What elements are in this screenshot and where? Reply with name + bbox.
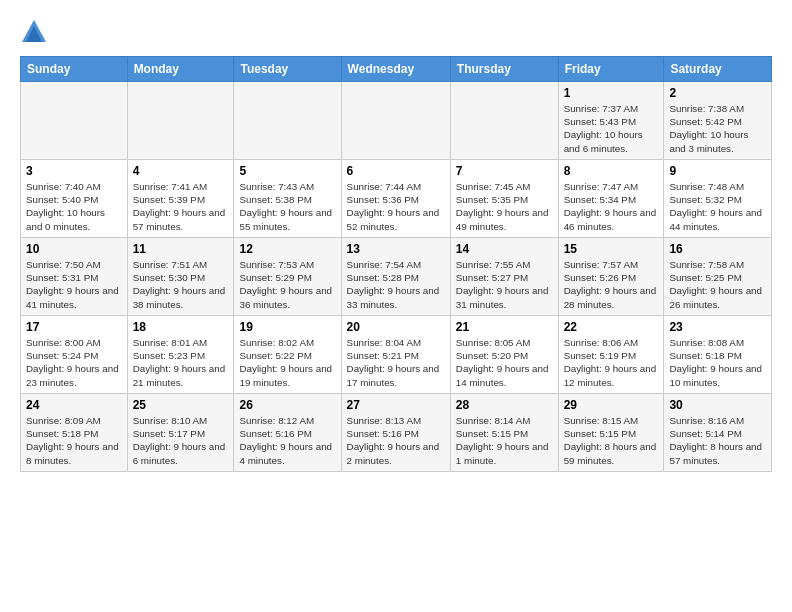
calendar-cell [341, 82, 450, 160]
day-info: Sunrise: 8:10 AM Sunset: 5:17 PM Dayligh… [133, 414, 229, 467]
day-number: 17 [26, 320, 122, 334]
day-number: 25 [133, 398, 229, 412]
day-info: Sunrise: 8:05 AM Sunset: 5:20 PM Dayligh… [456, 336, 553, 389]
day-number: 19 [239, 320, 335, 334]
calendar-cell: 27Sunrise: 8:13 AM Sunset: 5:16 PM Dayli… [341, 394, 450, 472]
day-info: Sunrise: 7:57 AM Sunset: 5:26 PM Dayligh… [564, 258, 659, 311]
day-number: 20 [347, 320, 445, 334]
calendar: SundayMondayTuesdayWednesdayThursdayFrid… [20, 56, 772, 472]
day-number: 23 [669, 320, 766, 334]
day-info: Sunrise: 7:38 AM Sunset: 5:42 PM Dayligh… [669, 102, 766, 155]
calendar-cell: 19Sunrise: 8:02 AM Sunset: 5:22 PM Dayli… [234, 316, 341, 394]
day-number: 2 [669, 86, 766, 100]
day-info: Sunrise: 7:37 AM Sunset: 5:43 PM Dayligh… [564, 102, 659, 155]
calendar-cell: 14Sunrise: 7:55 AM Sunset: 5:27 PM Dayli… [450, 238, 558, 316]
days-header-row: SundayMondayTuesdayWednesdayThursdayFrid… [21, 57, 772, 82]
day-number: 28 [456, 398, 553, 412]
calendar-cell: 9Sunrise: 7:48 AM Sunset: 5:32 PM Daylig… [664, 160, 772, 238]
day-number: 3 [26, 164, 122, 178]
day-header-saturday: Saturday [664, 57, 772, 82]
calendar-week-2: 3Sunrise: 7:40 AM Sunset: 5:40 PM Daylig… [21, 160, 772, 238]
day-info: Sunrise: 8:08 AM Sunset: 5:18 PM Dayligh… [669, 336, 766, 389]
day-number: 30 [669, 398, 766, 412]
calendar-cell: 5Sunrise: 7:43 AM Sunset: 5:38 PM Daylig… [234, 160, 341, 238]
day-info: Sunrise: 8:12 AM Sunset: 5:16 PM Dayligh… [239, 414, 335, 467]
calendar-cell [21, 82, 128, 160]
calendar-cell: 11Sunrise: 7:51 AM Sunset: 5:30 PM Dayli… [127, 238, 234, 316]
calendar-cell: 6Sunrise: 7:44 AM Sunset: 5:36 PM Daylig… [341, 160, 450, 238]
calendar-cell: 3Sunrise: 7:40 AM Sunset: 5:40 PM Daylig… [21, 160, 128, 238]
calendar-cell: 25Sunrise: 8:10 AM Sunset: 5:17 PM Dayli… [127, 394, 234, 472]
calendar-cell: 24Sunrise: 8:09 AM Sunset: 5:18 PM Dayli… [21, 394, 128, 472]
day-number: 9 [669, 164, 766, 178]
day-header-thursday: Thursday [450, 57, 558, 82]
calendar-cell: 29Sunrise: 8:15 AM Sunset: 5:15 PM Dayli… [558, 394, 664, 472]
calendar-cell: 17Sunrise: 8:00 AM Sunset: 5:24 PM Dayli… [21, 316, 128, 394]
day-number: 1 [564, 86, 659, 100]
calendar-cell: 1Sunrise: 7:37 AM Sunset: 5:43 PM Daylig… [558, 82, 664, 160]
day-info: Sunrise: 7:45 AM Sunset: 5:35 PM Dayligh… [456, 180, 553, 233]
day-info: Sunrise: 7:48 AM Sunset: 5:32 PM Dayligh… [669, 180, 766, 233]
day-info: Sunrise: 8:16 AM Sunset: 5:14 PM Dayligh… [669, 414, 766, 467]
day-info: Sunrise: 8:15 AM Sunset: 5:15 PM Dayligh… [564, 414, 659, 467]
day-info: Sunrise: 7:50 AM Sunset: 5:31 PM Dayligh… [26, 258, 122, 311]
day-info: Sunrise: 7:43 AM Sunset: 5:38 PM Dayligh… [239, 180, 335, 233]
day-info: Sunrise: 8:06 AM Sunset: 5:19 PM Dayligh… [564, 336, 659, 389]
day-info: Sunrise: 8:00 AM Sunset: 5:24 PM Dayligh… [26, 336, 122, 389]
day-number: 4 [133, 164, 229, 178]
day-number: 24 [26, 398, 122, 412]
calendar-cell: 13Sunrise: 7:54 AM Sunset: 5:28 PM Dayli… [341, 238, 450, 316]
calendar-cell: 26Sunrise: 8:12 AM Sunset: 5:16 PM Dayli… [234, 394, 341, 472]
day-info: Sunrise: 7:55 AM Sunset: 5:27 PM Dayligh… [456, 258, 553, 311]
calendar-cell: 15Sunrise: 7:57 AM Sunset: 5:26 PM Dayli… [558, 238, 664, 316]
calendar-cell [450, 82, 558, 160]
calendar-cell: 23Sunrise: 8:08 AM Sunset: 5:18 PM Dayli… [664, 316, 772, 394]
calendar-week-4: 17Sunrise: 8:00 AM Sunset: 5:24 PM Dayli… [21, 316, 772, 394]
calendar-cell: 30Sunrise: 8:16 AM Sunset: 5:14 PM Dayli… [664, 394, 772, 472]
day-info: Sunrise: 7:40 AM Sunset: 5:40 PM Dayligh… [26, 180, 122, 233]
day-number: 27 [347, 398, 445, 412]
calendar-cell: 20Sunrise: 8:04 AM Sunset: 5:21 PM Dayli… [341, 316, 450, 394]
day-header-friday: Friday [558, 57, 664, 82]
day-header-wednesday: Wednesday [341, 57, 450, 82]
day-info: Sunrise: 7:44 AM Sunset: 5:36 PM Dayligh… [347, 180, 445, 233]
day-number: 16 [669, 242, 766, 256]
day-number: 26 [239, 398, 335, 412]
day-number: 7 [456, 164, 553, 178]
day-header-sunday: Sunday [21, 57, 128, 82]
header [20, 18, 772, 46]
logo-icon [20, 18, 48, 46]
day-info: Sunrise: 8:04 AM Sunset: 5:21 PM Dayligh… [347, 336, 445, 389]
day-number: 12 [239, 242, 335, 256]
day-number: 29 [564, 398, 659, 412]
day-info: Sunrise: 8:01 AM Sunset: 5:23 PM Dayligh… [133, 336, 229, 389]
calendar-week-5: 24Sunrise: 8:09 AM Sunset: 5:18 PM Dayli… [21, 394, 772, 472]
day-info: Sunrise: 8:13 AM Sunset: 5:16 PM Dayligh… [347, 414, 445, 467]
calendar-week-1: 1Sunrise: 7:37 AM Sunset: 5:43 PM Daylig… [21, 82, 772, 160]
day-number: 18 [133, 320, 229, 334]
logo [20, 18, 52, 46]
day-info: Sunrise: 8:09 AM Sunset: 5:18 PM Dayligh… [26, 414, 122, 467]
calendar-cell: 28Sunrise: 8:14 AM Sunset: 5:15 PM Dayli… [450, 394, 558, 472]
calendar-cell [234, 82, 341, 160]
calendar-body: 1Sunrise: 7:37 AM Sunset: 5:43 PM Daylig… [21, 82, 772, 472]
day-info: Sunrise: 7:53 AM Sunset: 5:29 PM Dayligh… [239, 258, 335, 311]
day-info: Sunrise: 7:47 AM Sunset: 5:34 PM Dayligh… [564, 180, 659, 233]
calendar-cell: 8Sunrise: 7:47 AM Sunset: 5:34 PM Daylig… [558, 160, 664, 238]
calendar-cell: 12Sunrise: 7:53 AM Sunset: 5:29 PM Dayli… [234, 238, 341, 316]
calendar-week-3: 10Sunrise: 7:50 AM Sunset: 5:31 PM Dayli… [21, 238, 772, 316]
calendar-cell: 2Sunrise: 7:38 AM Sunset: 5:42 PM Daylig… [664, 82, 772, 160]
day-number: 11 [133, 242, 229, 256]
calendar-cell: 7Sunrise: 7:45 AM Sunset: 5:35 PM Daylig… [450, 160, 558, 238]
day-info: Sunrise: 7:51 AM Sunset: 5:30 PM Dayligh… [133, 258, 229, 311]
calendar-cell: 18Sunrise: 8:01 AM Sunset: 5:23 PM Dayli… [127, 316, 234, 394]
calendar-cell: 10Sunrise: 7:50 AM Sunset: 5:31 PM Dayli… [21, 238, 128, 316]
calendar-cell: 22Sunrise: 8:06 AM Sunset: 5:19 PM Dayli… [558, 316, 664, 394]
day-number: 5 [239, 164, 335, 178]
day-number: 21 [456, 320, 553, 334]
day-info: Sunrise: 7:58 AM Sunset: 5:25 PM Dayligh… [669, 258, 766, 311]
calendar-cell [127, 82, 234, 160]
day-number: 22 [564, 320, 659, 334]
day-number: 8 [564, 164, 659, 178]
page: SundayMondayTuesdayWednesdayThursdayFrid… [0, 0, 792, 482]
